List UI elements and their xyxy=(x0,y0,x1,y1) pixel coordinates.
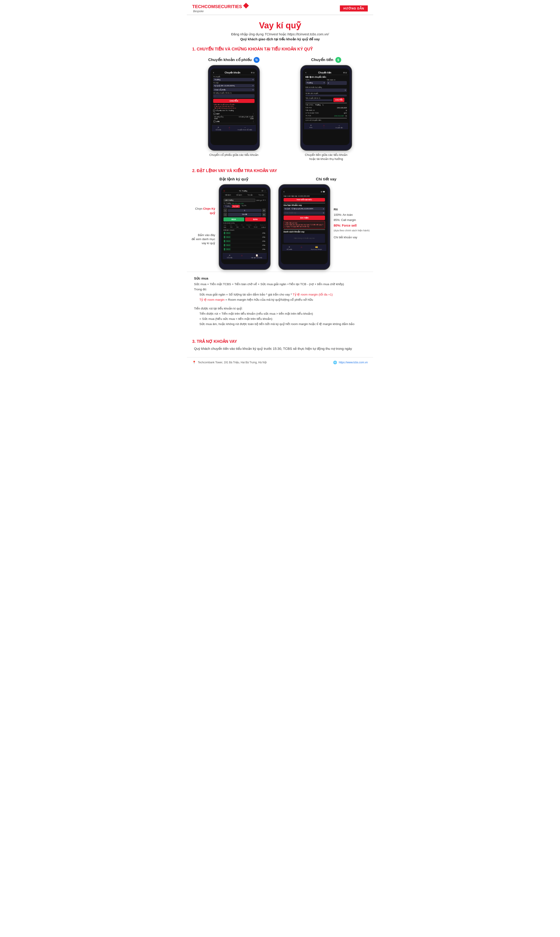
phone2-frame: ‹ Chuyển tiền ⊟ ◎ Đặt lệnh chuyển tiền T… xyxy=(300,65,352,151)
tk-chuyen-select[interactable]: Thường ▾ xyxy=(213,78,255,81)
qty-plus-button[interactable]: + xyxy=(262,208,266,212)
order-num-4: J.Àu xyxy=(262,244,265,246)
stock-row-lpb: LPB ⋮ xyxy=(213,120,255,123)
nav-home[interactable]: ⌂ -- xyxy=(229,126,230,130)
nav-co-phieu[interactable]: ≡ Cổ phiếu xyxy=(215,126,221,130)
tab-so-lenh[interactable]: Sổ Lệnh xyxy=(234,193,245,197)
footer-website[interactable]: https://www.tcbs.com.vn xyxy=(339,361,368,364)
lpb-checkbox[interactable] xyxy=(214,120,215,122)
from-tk-row: Từ TK Thường ▾ Tiền được rút 0 xyxy=(305,79,347,86)
chon-cp-select[interactable]: Chọn cổ phiếu ▾ xyxy=(213,88,255,91)
tcbs-label: ★ Tài khoản TCBS xyxy=(305,112,343,114)
buy-sell-row: MUA BÁN xyxy=(223,217,266,221)
danh-sach-label: Danh sách khoản vay xyxy=(284,231,325,233)
tien-vnd-label: Tiền (VND) xyxy=(305,104,313,106)
rtt-80: 80%: Force sell xyxy=(334,223,369,228)
chon-khoan-chevron-icon: ▾ xyxy=(323,212,324,214)
right-notes: Rtt 100%: An toàn 85%: Call margin 80%: … xyxy=(334,184,369,239)
phone3-screen: ⬡ TK: Thường ☎ ⊙ Đặt lệnh Sổ Lệnh Tài sả… xyxy=(221,188,268,264)
divider4 xyxy=(284,230,325,230)
phone1-screen: ‹ Chuyển khoản ⊟ ◎ TK chuyển Thường ▾ TK… xyxy=(211,68,257,145)
dat-lenh-title: Đặt lệnh chuyển tiền xyxy=(305,76,347,78)
phone2-top-bar: ‹ Chuyển tiền ⊟ ◎ xyxy=(304,70,348,75)
buy-button[interactable]: MUA xyxy=(223,217,244,221)
segment-thuong[interactable]: Thường xyxy=(224,205,232,208)
tab-dat-lenh[interactable]: Đặt lệnh xyxy=(223,193,234,197)
tien-rut-value: 0 xyxy=(346,109,347,111)
lenh-badge: Lệnh thường xyxy=(223,199,255,202)
chuyen-btn-col: CHUYỂN xyxy=(333,97,347,102)
page-header: TECHCOMSECURITIES Bespoke HƯỚNG DẪN xyxy=(187,0,373,15)
gia-han-title: Gia hạn khoản vay xyxy=(284,204,325,207)
sell-button[interactable]: BÁN xyxy=(245,217,266,221)
qty-input[interactable]: 0 xyxy=(228,209,262,212)
qty-minus-button[interactable]: - xyxy=(223,208,227,212)
phone1-column: Chuyển khoản cổ phiếu ↻ ‹ Chuyển khoản ⊟… xyxy=(192,57,275,161)
phone1-caption: Chuyển cổ phiếu giữa các tiểu khoản xyxy=(209,153,258,157)
order-item-4: ↑ MUA J.Àu xyxy=(223,243,266,247)
nav2-home[interactable]: ⌂ -- xyxy=(323,124,325,128)
nav-home-icon: ⌂ xyxy=(229,126,230,129)
segment-ky-quy[interactable]: Ký Quỹ xyxy=(232,205,240,208)
suc-mua-row: Sức mua 194,428,925 xyxy=(305,107,347,109)
ky-pct: Ký 0% xyxy=(242,205,246,208)
nav3-home[interactable]: ⌂ xyxy=(241,254,243,258)
phone3-form: Lệnh thường 1800 g/c ⚙ ↻ TK: Thường xyxy=(223,198,267,252)
gia-plus-button[interactable]: + xyxy=(262,213,266,216)
lenh-row: Lệnh thường 1800 g/c ⚙ ↻ xyxy=(223,199,266,202)
tk-nhan-select[interactable]: Ký Quỹ (Rtt: 10,000,000%) ▾ xyxy=(213,84,255,87)
subtitle-1: Đăng nhập ứng dụng TCInvest hoặc https:/… xyxy=(192,32,368,36)
suc-mua-text1: Sức mua = Tiền mặt TCBS + Tiền bán chờ v… xyxy=(194,282,366,287)
tien-duoc-rut-col: Tiền được rút 0 xyxy=(326,79,347,86)
chon-khoan-select[interactable]: Chọn khoản vay ▾ xyxy=(284,211,325,215)
tktcb-value: 206,516,987 xyxy=(334,115,345,117)
tien-rut-text2a: Tiền được rút = Tiền mặt trên tiểu khoản… xyxy=(199,311,366,316)
data-row-header: TrầnGiáSànCoTEKLGdKhớp/đ xyxy=(223,227,266,228)
phone2-bottom-nav: ≡ Khác ⌂ -- → Chuyển tiền xyxy=(304,123,348,129)
nav3-co-phieu[interactable]: ≡ Cổ phiếu xyxy=(227,254,232,258)
tab-tra-cuu[interactable]: Tra cứu xyxy=(256,193,267,197)
gia-minus-button[interactable]: - xyxy=(223,213,227,216)
chuyen-button[interactable]: CHUYỂN xyxy=(213,99,255,103)
thay-doi-han-muc-btn[interactable]: THAY ĐỔI HẠN MỨC xyxy=(284,198,325,202)
phone2-column: Chuyển tiền $ ‹ Chuyển tiền ⊟ ◎ Đặt lệnh… xyxy=(285,57,368,161)
ky-quy-select[interactable]: Ký Quỹ - Tỷ lệ ký quỹ (Rtt) 10,000,000% … xyxy=(284,207,325,211)
phone1-top-bar: ‹ Chuyển khoản ⊟ ◎ xyxy=(212,70,256,75)
nav4-vay-margin[interactable]: 💳 Vay ký quỹ Margin xyxy=(311,246,322,250)
from-tk-col: Từ TK Thường ▾ xyxy=(305,79,326,86)
explanations-section: Sức mua Sức mua = Tiền mặt TCBS + Tiền b… xyxy=(187,272,373,335)
tien-chuyen-input[interactable] xyxy=(305,99,332,101)
section2-header: 2. ĐẶT LỆNH VAY VÀ KIỂM TRA KHOẢN VAY xyxy=(187,165,373,175)
chuyen-button2[interactable]: CHUYỂN xyxy=(333,98,345,102)
nav-chuyen-khoan[interactable]: → Chuyển khoán cổ phiếu xyxy=(237,126,252,130)
section2-phone1-heading: Đặt lệnh ký quỹ xyxy=(192,177,275,182)
hut-checkbox[interactable] xyxy=(214,113,215,115)
tien-rut-text2b: = Sức mua (Nếu sức mua < tiền mặt trên t… xyxy=(199,316,366,322)
sl-input[interactable]: 0 xyxy=(213,94,255,98)
tk-nhan-label: TK nhận xyxy=(213,82,255,84)
phone1-screen-inner: ‹ Chuyển khoản ⊟ ◎ TK chuyển Thường ▾ TK… xyxy=(211,68,257,133)
nav2-chuyen-tien[interactable]: → Chuyển tiền xyxy=(335,124,343,128)
nav4-co-phieu[interactable]: ≡ Cổ phiếu xyxy=(286,246,292,250)
tab-tai-san[interactable]: Tài sản xyxy=(245,193,256,197)
stats-row: 0.00 (0.00/ 0.0%) xyxy=(223,222,266,224)
phone4-form: Hạn mức hiện tại: 10,000,000,000 THAY ĐỔ… xyxy=(282,194,326,244)
nav2-co-phieu[interactable]: ≡ Khác xyxy=(309,124,312,128)
from-select[interactable]: Thường ▾ xyxy=(305,81,326,85)
empty-state-text: Hiện không có khoản vay nào xyxy=(285,236,323,241)
nav3-chart-icon: ≡ xyxy=(229,254,231,257)
order-list: ↑ MUA J.Àu ↑ MUA J.Àu ↑ MUA J.Àu xyxy=(223,231,266,251)
nav4-home[interactable]: ⌂ xyxy=(301,246,302,250)
gia-input[interactable]: Giá đặt xyxy=(228,213,261,216)
checkbox-row[interactable]: Cổ phiếu trên TK: Thường xyxy=(213,110,255,111)
nav-transfer-icon: → xyxy=(244,126,246,129)
den-tk-select[interactable]: -- ▾ xyxy=(305,88,347,92)
phone3-screen-inner: ⬡ TK: Thường ☎ ⊙ Đặt lệnh Sổ Lệnh Tài sả… xyxy=(221,188,268,261)
so-tien-input[interactable] xyxy=(305,95,347,96)
logo-bespoke: Bespoke xyxy=(193,10,204,13)
nav3-dat-lenh[interactable]: 📋 Đặt lệnh cổ phiếu xyxy=(251,254,262,258)
gia-han-btn[interactable]: GIA HẠN xyxy=(284,216,325,220)
money-icon: $ xyxy=(335,57,341,63)
buy-badge-5: ↑ MUA xyxy=(224,248,231,250)
footer-address: Techcombank Tower, 191 Bà Triệu, Hai Bà … xyxy=(198,361,266,364)
